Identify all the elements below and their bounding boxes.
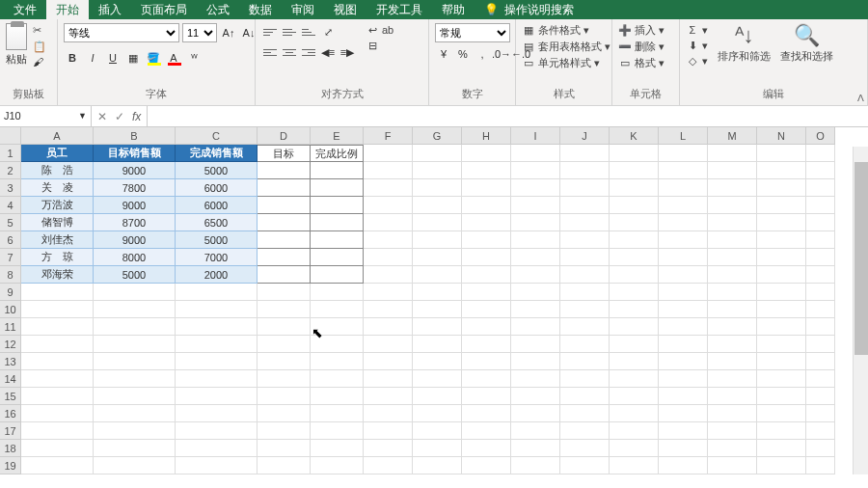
cell-B13[interactable] — [94, 353, 176, 370]
cell-F7[interactable] — [364, 249, 413, 266]
cell-K6[interactable] — [610, 231, 659, 249]
cell-O19[interactable] — [806, 457, 835, 474]
cell-D10[interactable] — [258, 301, 311, 318]
cell-H15[interactable] — [462, 388, 511, 405]
col-header-F[interactable]: F — [364, 127, 413, 145]
cell-M14[interactable] — [708, 370, 757, 388]
cell-L18[interactable] — [659, 440, 708, 457]
cell-N3[interactable] — [757, 179, 806, 197]
cell-A9[interactable] — [21, 284, 94, 301]
cell-H12[interactable] — [462, 336, 511, 353]
cell-K13[interactable] — [610, 353, 659, 370]
cell-G9[interactable] — [413, 284, 462, 301]
accounting-format-icon[interactable]: ¥ — [435, 45, 452, 63]
cell-H13[interactable] — [462, 353, 511, 370]
cell-E9[interactable] — [311, 284, 364, 301]
cell-M15[interactable] — [708, 388, 757, 405]
cell-B8[interactable]: 5000 — [94, 266, 176, 284]
cell-D11[interactable] — [258, 318, 311, 336]
cell-H7[interactable] — [462, 249, 511, 266]
row-header-10[interactable]: 10 — [0, 301, 21, 318]
cell-C4[interactable]: 6000 — [176, 197, 258, 214]
cell-K10[interactable] — [610, 301, 659, 318]
row-header-6[interactable]: 6 — [0, 231, 21, 249]
cell-M12[interactable] — [708, 336, 757, 353]
cell-I13[interactable] — [511, 353, 560, 370]
cell-A17[interactable] — [21, 422, 94, 440]
cell-B2[interactable]: 9000 — [94, 162, 176, 179]
cell-F8[interactable] — [364, 266, 413, 284]
cell-C1[interactable]: 完成销售额 — [176, 145, 258, 162]
cell-O3[interactable] — [806, 179, 835, 197]
cell-C7[interactable]: 7000 — [176, 249, 258, 266]
phonetic-button[interactable]: ᵂ — [185, 49, 203, 67]
cell-F6[interactable] — [364, 231, 413, 249]
border-button[interactable]: ▦ — [124, 49, 142, 67]
cell-K7[interactable] — [610, 249, 659, 266]
cell-H8[interactable] — [462, 266, 511, 284]
cell-E16[interactable] — [311, 405, 364, 422]
cell-B7[interactable]: 8000 — [94, 249, 176, 266]
cell-O16[interactable] — [806, 405, 835, 422]
cell-J11[interactable] — [560, 318, 610, 336]
collapse-ribbon-icon[interactable]: ᐱ — [857, 93, 864, 103]
fill-button[interactable]: ⬇▾ — [686, 39, 708, 52]
comma-format-icon[interactable]: , — [474, 45, 491, 63]
cell-E4[interactable] — [311, 197, 364, 214]
cell-K1[interactable] — [610, 145, 659, 162]
cell-I10[interactable] — [511, 301, 560, 318]
cell-J7[interactable] — [560, 249, 610, 266]
cell-H9[interactable] — [462, 284, 511, 301]
cell-N19[interactable] — [757, 457, 806, 474]
align-right-icon[interactable] — [300, 43, 317, 61]
cell-I8[interactable] — [511, 266, 560, 284]
cell-H14[interactable] — [462, 370, 511, 388]
cell-J19[interactable] — [560, 457, 610, 474]
cell-I12[interactable] — [511, 336, 560, 353]
cell-D7[interactable] — [258, 249, 311, 266]
cell-F16[interactable] — [364, 405, 413, 422]
cell-G5[interactable] — [413, 214, 462, 231]
cell-G15[interactable] — [413, 388, 462, 405]
cell-F1[interactable] — [364, 145, 413, 162]
cut-icon[interactable] — [33, 23, 46, 37]
cell-A7[interactable]: 方 琼 — [21, 249, 94, 266]
cell-F3[interactable] — [364, 179, 413, 197]
cell-N13[interactable] — [757, 353, 806, 370]
cell-N17[interactable] — [757, 422, 806, 440]
cell-E18[interactable] — [311, 440, 364, 457]
cell-E19[interactable] — [311, 457, 364, 474]
cell-H18[interactable] — [462, 440, 511, 457]
row-header-12[interactable]: 12 — [0, 336, 21, 353]
cell-D16[interactable] — [258, 405, 311, 422]
cell-H16[interactable] — [462, 405, 511, 422]
row-header-2[interactable]: 2 — [0, 162, 21, 179]
row-header-18[interactable]: 18 — [0, 440, 21, 457]
cell-K8[interactable] — [610, 266, 659, 284]
cell-J4[interactable] — [560, 197, 610, 214]
cell-D14[interactable] — [258, 370, 311, 388]
cell-O18[interactable] — [806, 440, 835, 457]
cell-E13[interactable] — [311, 353, 364, 370]
cell-E17[interactable] — [311, 422, 364, 440]
cell-B10[interactable] — [94, 301, 176, 318]
cell-J10[interactable] — [560, 301, 610, 318]
cell-D6[interactable] — [258, 231, 311, 249]
cell-J13[interactable] — [560, 353, 610, 370]
cell-E1[interactable]: 完成比例 — [311, 145, 364, 162]
cell-B18[interactable] — [94, 440, 176, 457]
scroll-thumb[interactable] — [854, 162, 868, 355]
cell-L12[interactable] — [659, 336, 708, 353]
cell-K11[interactable] — [610, 318, 659, 336]
cell-E12[interactable] — [311, 336, 364, 353]
cell-G2[interactable] — [413, 162, 462, 179]
cell-L17[interactable] — [659, 422, 708, 440]
cell-E14[interactable] — [311, 370, 364, 388]
cell-E8[interactable] — [311, 266, 364, 284]
cell-M2[interactable] — [708, 162, 757, 179]
cell-O1[interactable] — [806, 145, 835, 162]
menu-tab-1[interactable]: 开始 — [46, 0, 89, 19]
cell-E11[interactable] — [311, 318, 364, 336]
cell-L1[interactable] — [659, 145, 708, 162]
cell-B9[interactable] — [94, 284, 176, 301]
